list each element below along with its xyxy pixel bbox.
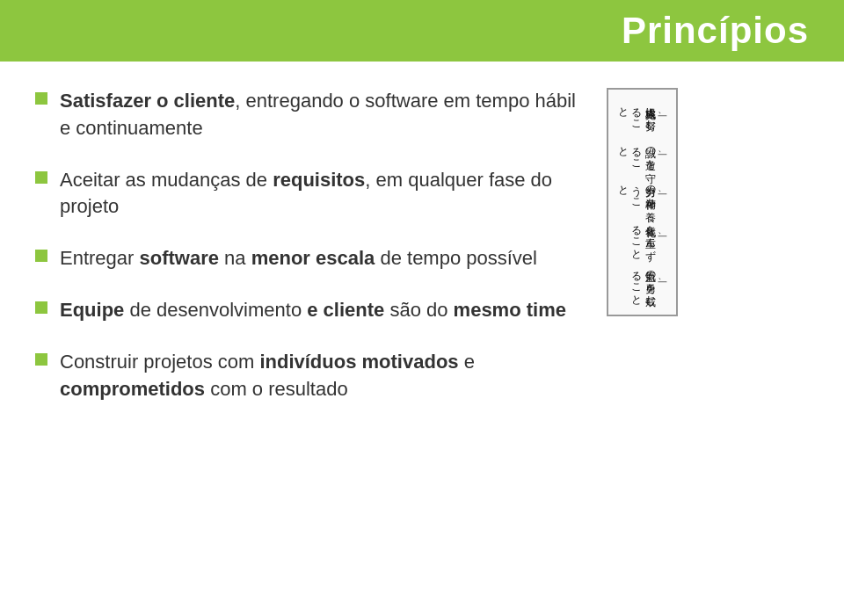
bullet-square-3: [35, 250, 47, 262]
bullet-text-1: Satisfazer o cliente, entregando o softw…: [60, 88, 580, 142]
bullet-square-1: [35, 92, 47, 105]
header-bar: Princípios: [0, 0, 844, 62]
bullet-square-2: [35, 171, 47, 184]
japanese-card-panel: 一、人格完成に努むること 一、誠の道を守ること 一、努力の精神を養うこと 一、礼…: [607, 88, 809, 316]
page-title: Princípios: [622, 10, 809, 52]
main-content: Satisfazer o cliente, entregando o softw…: [0, 62, 844, 616]
jp-col-1: 一、人格完成に努むること: [615, 100, 669, 134]
bullet-text-5: Construir projetos com indivíduos motiva…: [60, 349, 580, 403]
bullet-square-4: [35, 301, 47, 314]
jp-col-2: 一、誠の道を守ること: [615, 140, 669, 174]
bullet-item-2: Aceitar as mudanças de requisitos, em qu…: [35, 167, 580, 221]
jp-col-3: 一、努力の精神を養うこと: [615, 178, 669, 213]
bullet-item-5: Construir projetos com indivíduos motiva…: [35, 349, 580, 403]
bullet-text-3: Entregar software na menor escala de tem…: [60, 245, 537, 272]
bullet-text-4: Equipe de desenvolvimento e cliente são …: [60, 297, 566, 324]
bullet-square-5: [35, 353, 47, 366]
japanese-card: 一、人格完成に努むること 一、誠の道を守ること 一、努力の精神を養うこと 一、礼…: [607, 88, 678, 316]
bullet-text-2: Aceitar as mudanças de requisitos, em qu…: [60, 167, 580, 221]
text-section: Satisfazer o cliente, entregando o softw…: [35, 88, 580, 598]
jp-col-4: 一、礼儀を重んずること: [615, 218, 669, 258]
jp-col-5: 一、血気の勇を戒むること: [615, 264, 669, 304]
bullet-item-3: Entregar software na menor escala de tem…: [35, 245, 580, 272]
bullet-item-4: Equipe de desenvolvimento e cliente são …: [35, 297, 580, 324]
bullet-item-1: Satisfazer o cliente, entregando o softw…: [35, 88, 580, 142]
